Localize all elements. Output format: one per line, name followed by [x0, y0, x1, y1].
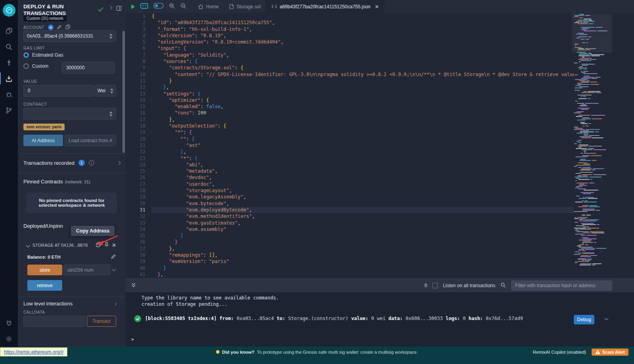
terminal-filter-input[interactable] — [511, 280, 612, 291]
code-line[interactable]: "ast" — [152, 142, 574, 149]
at-address-input[interactable] — [65, 135, 116, 146]
remix-logo-icon[interactable] — [3, 4, 15, 17]
code-line[interactable]: "optimizer": { — [152, 97, 574, 103]
code-line[interactable]: "solcVersion": "0.8.19", — [152, 32, 574, 39]
code-line[interactable]: "userdoc", — [152, 181, 574, 187]
code-line[interactable]: ], — [152, 149, 574, 155]
store-arg-input[interactable] — [63, 265, 110, 275]
contract-select[interactable] — [23, 108, 116, 120]
value-unit-stepper[interactable] — [110, 88, 113, 93]
store-expand-icon[interactable] — [112, 267, 116, 271]
remix-ai-icon[interactable] — [140, 3, 148, 11]
code-line[interactable]: "evm.bytecode", — [152, 200, 574, 207]
code-line[interactable]: }, — [152, 271, 574, 278]
copilot-toggle[interactable] — [153, 3, 164, 10]
minimap-line — [574, 58, 610, 59]
store-button[interactable]: store — [27, 265, 62, 275]
code-line[interactable]: }, — [152, 116, 574, 123]
code-line[interactable]: }, — [152, 84, 574, 90]
estimated-gas-radio[interactable] — [23, 52, 29, 58]
code-line[interactable]: "input": { — [152, 45, 574, 51]
tx-expand-icon[interactable] — [605, 316, 609, 320]
code-line[interactable]: "remappings": [], — [152, 252, 574, 258]
create-account-icon[interactable]: + — [48, 25, 53, 30]
terminal-body[interactable]: Type the library name to see available c… — [126, 292, 634, 347]
code-line[interactable]: "": [ — [152, 136, 574, 142]
code-lines[interactable]: { "id": "a69b43f277ba20fcac141151250ca75… — [152, 13, 574, 278]
contract-collapse-icon[interactable] — [26, 243, 30, 247]
code-editor[interactable]: 1234567891011121314151617181920212223242… — [126, 13, 634, 278]
code-line[interactable]: ] — [152, 233, 574, 239]
code-line[interactable]: } — [152, 239, 574, 245]
calldata-input[interactable] — [23, 316, 85, 327]
code-line[interactable]: { — [152, 13, 574, 19]
tab-home[interactable]: Home — [193, 0, 224, 13]
code-line[interactable]: "solcLongVersion": "0.8.19+commit.7dd6d4… — [152, 39, 574, 45]
code-line[interactable]: "devdoc", — [152, 174, 574, 181]
panel-expand-icon[interactable] — [109, 6, 113, 10]
workspace-icon[interactable] — [0, 23, 18, 39]
solidity-compiler-icon[interactable] — [0, 55, 18, 71]
pin-panel-icon[interactable] — [116, 6, 122, 13]
code-line[interactable]: "*": { — [152, 129, 574, 135]
code-line[interactable]: "evm.gasEstimates", — [152, 220, 574, 226]
transactions-expand-icon[interactable] — [117, 161, 121, 165]
terminal-prompt[interactable]: > — [131, 337, 134, 342]
code-line[interactable]: "_format": "hh-sol-build-info-1", — [152, 26, 574, 32]
tab-storage-sol[interactable]: Storage.sol — [224, 0, 266, 13]
code-line[interactable]: "evm.legacyAssembly", — [152, 194, 574, 200]
transact-button[interactable]: Transact — [87, 316, 116, 327]
account-select[interactable]: 0xA03...85ac4 (0.39866531531 — [23, 30, 116, 42]
code-line[interactable]: "settings": { — [152, 91, 574, 97]
panel-scrollbar[interactable] — [122, 31, 125, 153]
code-line[interactable]: }, — [152, 246, 574, 252]
code-line[interactable]: "sources": { — [152, 58, 574, 65]
settings-gear-icon[interactable] — [0, 331, 18, 347]
close-tab-icon[interactable] — [375, 5, 379, 8]
code-line[interactable]: "evm.assembly" — [152, 226, 574, 233]
terminal-expand-icon[interactable] — [131, 282, 136, 289]
custom-gas-input[interactable] — [62, 62, 115, 74]
code-line[interactable]: "runs": 200 — [152, 110, 574, 116]
git-icon[interactable] — [0, 102, 18, 118]
tab-json-file[interactable]: a69b43f277ba20fcac141151250ca755.json — [266, 0, 384, 13]
deploy-run-icon[interactable] — [0, 71, 18, 86]
tip-text: To prototype using the Gnosis safe multi… — [257, 350, 418, 354]
listen-all-checkbox[interactable] — [432, 283, 438, 288]
edit-balance-icon[interactable] — [111, 253, 116, 261]
code-line[interactable]: } — [152, 265, 574, 271]
code-line[interactable]: "evmVersion": "paris" — [152, 258, 574, 265]
minimap[interactable] — [574, 14, 610, 278]
code-line[interactable]: "content": "// SPDX-License-Identifier: … — [152, 71, 574, 78]
scam-alert-badge[interactable]: Scam Alert — [592, 349, 628, 356]
debug-button[interactable]: Debug — [574, 315, 594, 324]
contract-stepper[interactable] — [109, 111, 113, 116]
custom-gas-radio[interactable] — [23, 63, 29, 69]
code-line[interactable]: "evm.deployedBytecode", — [152, 207, 574, 213]
copilot-status[interactable]: RemixAI Copilot (enabled) — [533, 350, 586, 354]
code-line[interactable]: "evm.methodIdentifiers", — [152, 213, 574, 219]
terminal-search-icon[interactable] — [500, 282, 506, 289]
code-line[interactable]: "storageLayout", — [152, 187, 574, 194]
terminal-tx-row[interactable]: [block:5583405 txIndex:4] from: 0xa03...… — [134, 315, 571, 322]
zoom-in-icon[interactable] — [169, 3, 175, 11]
code-line[interactable]: "language": "Solidity", — [152, 52, 574, 58]
code-line[interactable]: "outputSelection": { — [152, 123, 574, 129]
code-line[interactable]: "metadata", — [152, 168, 574, 174]
at-address-button[interactable]: At Address — [23, 135, 63, 146]
debugger-icon[interactable] — [0, 86, 18, 102]
plugin-manager-icon[interactable] — [0, 315, 18, 331]
zoom-out-icon[interactable] — [180, 3, 187, 11]
value-unit-select[interactable]: Wei — [95, 85, 116, 97]
code-line[interactable]: } — [152, 78, 574, 84]
search-icon[interactable] — [0, 39, 18, 55]
code-line[interactable]: "id": "a69b43f277ba20fcac141151250ca755"… — [152, 19, 574, 26]
account-stepper[interactable] — [109, 34, 113, 39]
value-input[interactable] — [23, 85, 94, 97]
code-line[interactable]: "enabled": false, — [152, 103, 574, 110]
code-line[interactable]: "abi", — [152, 162, 574, 168]
run-script-icon[interactable] — [131, 4, 135, 9]
code-line[interactable]: "contracts/Storage.sol": { — [152, 65, 574, 71]
code-line[interactable]: "*": [ — [152, 155, 574, 162]
retrieve-button[interactable]: retrieve — [27, 280, 62, 291]
